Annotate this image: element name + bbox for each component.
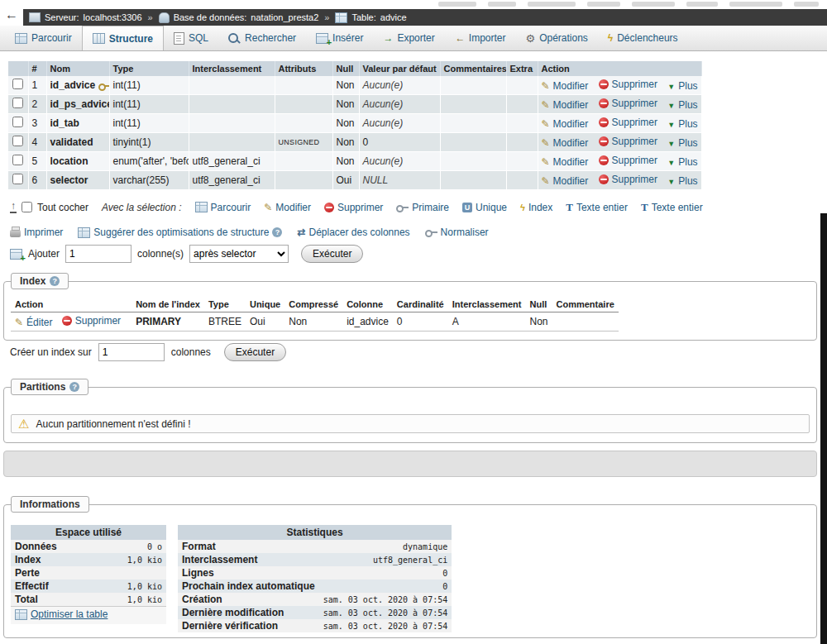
add-column-position-select[interactable]: après selector [189,245,289,263]
partitions-legend: Partitions [11,379,88,395]
selected-unique-button[interactable]: Unique [462,202,507,213]
browser-back-button[interactable]: ← [5,7,18,22]
modify-link[interactable]: Modifier [542,137,589,149]
tab-exporter[interactable]: Exporter [373,26,444,50]
selected-drop-button[interactable]: Supprimer [324,202,383,213]
index-null: Non [525,312,552,332]
tab-sql[interactable]: SQL [164,26,218,50]
drop-link[interactable]: Supprimer [599,79,657,90]
table-link[interactable]: advice [380,12,407,22]
help-icon[interactable] [272,227,282,237]
more-link[interactable]: Plus [667,175,697,187]
header-collation[interactable]: Interclassement [189,61,275,76]
more-link[interactable]: Plus [667,137,697,149]
header-num[interactable]: # [28,61,46,76]
row-checkbox[interactable] [12,117,23,127]
row-checkbox[interactable] [12,98,23,108]
drop-link[interactable]: Supprimer [599,117,657,128]
tab-structure[interactable]: Structure [82,26,164,50]
tab-label: Opérations [539,32,588,44]
check-all-label[interactable]: Tout cocher [37,202,88,213]
help-icon[interactable] [50,276,60,286]
index-edit-link[interactable]: Éditer [15,317,52,328]
more-link[interactable]: Plus [667,99,697,111]
table-lightbulb-icon [78,227,90,238]
index-drop-link[interactable]: Supprimer [62,315,121,327]
fulltext-icon [641,202,648,212]
import-icon [455,33,465,43]
pencil-icon [542,100,550,110]
statistics-table: Statistiques Formatdynamique Interclasse… [178,525,452,632]
create-index-count-input[interactable] [98,343,165,361]
column-null: Non [332,76,359,95]
modify-link[interactable]: Modifier [542,156,589,168]
print-link[interactable]: Imprimer [10,227,63,238]
database-link[interactable]: natation_presta2 [251,12,318,22]
drop-link[interactable]: Supprimer [599,174,657,185]
bookmark-remnant [632,2,675,7]
index-name: PRIMARY [131,312,204,332]
informations-legend-label: Informations [20,499,80,510]
more-link[interactable]: Plus [667,80,697,92]
table-row: 2 id_ps_advice int(11) Non Aucun(e) Modi… [8,95,701,114]
propose-structure-link[interactable]: Suggérer des optimisations de structure [78,227,282,238]
help-icon[interactable] [69,382,79,392]
drop-link[interactable]: Supprimer [599,136,657,147]
optimize-table-icon [15,609,27,620]
move-columns-link[interactable]: Déplacer des colonnes [297,227,409,238]
header-type[interactable]: Type [109,61,189,76]
header-null[interactable]: Null [332,61,359,76]
more-link[interactable]: Plus [667,118,697,130]
selected-change-button[interactable]: Modifier [264,202,311,213]
optimize-table-link[interactable]: Optimiser la table [15,608,108,620]
tab-label: SQL [189,32,208,44]
header-extra[interactable]: Extra [506,61,538,76]
columns-table: # Nom Type Interclassement Attributs Nul… [8,61,702,190]
row-checkbox[interactable] [12,79,23,89]
table-row: Perte [11,566,166,580]
create-index-execute-button[interactable]: Exécuter [224,343,286,361]
check-all-checkbox[interactable] [22,202,32,212]
column-extra [506,171,538,190]
row-checkbox[interactable] [12,136,23,146]
header-attributes[interactable]: Attributs [275,61,332,76]
more-link[interactable]: Plus [667,156,697,168]
selected-primary-button[interactable]: Primaire [396,202,449,213]
header-default[interactable]: Valeur par défaut [359,61,440,76]
add-column-execute-button[interactable]: Exécuter [301,245,363,263]
modify-link[interactable]: Modifier [542,99,589,111]
selected-fulltext-button[interactable]: Texte entier [566,202,628,213]
drop-link[interactable]: Supprimer [599,98,657,109]
structure-tools-bar: Imprimer Suggérer des optimisations de s… [10,227,489,238]
normalize-link[interactable]: Normaliser [425,227,489,238]
partitions-footer [3,451,817,477]
table-row: 1 id_advice int(11) Non Aucun(e) Modifie… [8,76,701,95]
add-column-count-input[interactable] [65,245,131,263]
create-index-columns-label: colonnes [171,346,211,358]
server-link[interactable]: localhost:3306 [84,12,142,22]
tab-parcourir[interactable]: Parcourir [5,26,82,50]
modify-link[interactable]: Modifier [542,80,589,92]
row-number: 1 [28,76,46,95]
header-comments[interactable]: Commentaires [440,61,506,76]
selected-browse-button[interactable]: Parcourir [195,202,251,213]
row-checkbox[interactable] [12,174,23,184]
tab-rechercher[interactable]: Rechercher [218,26,306,50]
tab-declencheurs[interactable]: Déclencheurs [598,26,688,50]
modify-link[interactable]: Modifier [542,118,589,130]
index-icon [520,203,525,212]
breadcrumb: Serveur: localhost:3306 » Base de donnée… [23,9,827,26]
breadcrumb-separator: » [324,12,329,22]
modify-link[interactable]: Modifier [542,175,589,187]
selected-index-button[interactable]: Index [520,202,552,213]
tab-operations[interactable]: Opérations [515,26,597,50]
tab-inserer[interactable]: Insérer [306,26,373,50]
drop-link[interactable]: Supprimer [599,155,657,166]
table-row: Dernière modificationsam. 03 oct. 2020 à… [178,606,452,619]
row-checkbox[interactable] [12,155,23,165]
space-used-table: Espace utilisé Données0 o Index1,0 kio P… [11,525,166,624]
tab-label: Insérer [332,32,363,44]
header-name[interactable]: Nom [46,61,109,76]
selected-fulltext-button[interactable]: Texte entier [641,202,703,213]
tab-importer[interactable]: Importer [445,26,516,50]
